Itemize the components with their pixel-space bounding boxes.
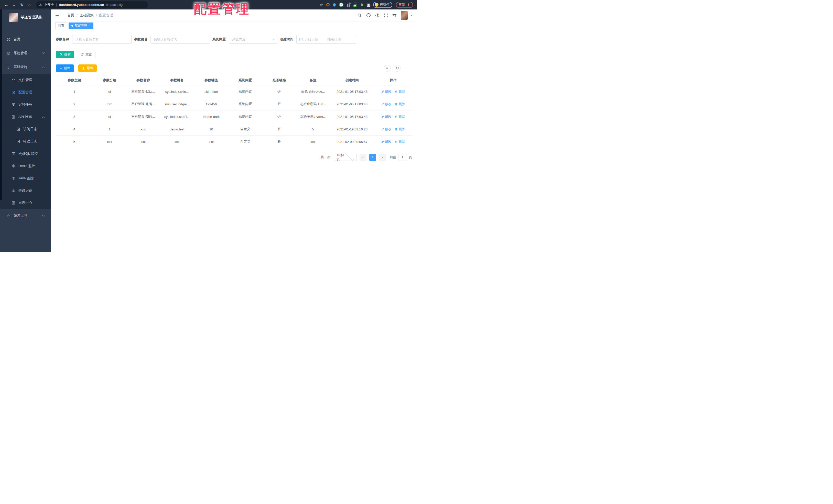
download-icon: [82, 67, 85, 70]
sidebar-menu-item[interactable]: 基础设施: [0, 60, 51, 74]
menu-item-icon: [11, 78, 15, 82]
column-header: 备注: [296, 76, 330, 85]
cell-remark: xxx: [296, 135, 330, 148]
search-button[interactable]: 搜索: [56, 51, 74, 58]
menu-item-label: 系统管理: [14, 51, 27, 55]
sidebar-menu-item[interactable]: 链路追踪: [0, 184, 51, 197]
breadcrumb-infra[interactable]: 基础设施: [80, 13, 94, 18]
cell-builtin: 系统内置: [228, 85, 262, 98]
extension-on-badge-icon[interactable]: on: [353, 3, 358, 7]
next-page-button[interactable]: ›: [379, 154, 386, 161]
browser-forward-button[interactable]: →: [11, 2, 17, 8]
edit-link[interactable]: 修改: [381, 102, 391, 106]
delete-link[interactable]: 删除: [395, 127, 405, 131]
cell-value: theme-dark: [194, 110, 228, 123]
sidebar-menu-item[interactable]: 系统管理: [0, 46, 51, 60]
extension-green-check-icon[interactable]: ✓: [339, 3, 343, 7]
sidebar-left-edge: [0, 9, 2, 200]
refresh-icon: [396, 67, 399, 70]
sidebar-menu-item[interactable]: 文件管理: [0, 74, 51, 86]
fullscreen-icon[interactable]: [384, 13, 388, 18]
paused-badge[interactable]: 已暂停: [373, 2, 392, 8]
toggle-search-button[interactable]: [384, 65, 390, 72]
column-header: 创建时间: [330, 76, 374, 85]
font-size-icon[interactable]: TT: [392, 13, 397, 18]
edit-link[interactable]: 修改: [381, 89, 391, 94]
edit-link[interactable]: 修改: [381, 127, 391, 131]
delete-link[interactable]: 删除: [395, 102, 405, 106]
sidebar-menu-item[interactable]: 首页: [0, 32, 51, 46]
bookmark-star-icon[interactable]: ☆: [319, 3, 323, 7]
export-button[interactable]: 导出: [78, 65, 97, 72]
menu-item-label: Redis 监控: [19, 163, 35, 168]
extension-orange-ring-icon[interactable]: [326, 3, 330, 6]
close-tab-icon[interactable]: ×: [89, 24, 91, 27]
cell-created: 2021-01-05 17:03:48: [330, 85, 374, 98]
reset-button[interactable]: 重置: [77, 51, 95, 58]
calendar-icon: [299, 37, 303, 41]
tab-config-active[interactable]: 配置管理 ×: [69, 23, 93, 29]
pencil-icon: [381, 115, 384, 118]
browser-reload-button[interactable]: ↻: [19, 2, 25, 8]
cell-created: 2021-02-09 20:06:47: [330, 135, 374, 148]
sidebar-menu-item[interactable]: Redis 监控: [0, 160, 51, 172]
trash-icon: [395, 128, 398, 131]
edit-link[interactable]: 修改: [381, 140, 391, 144]
cell-key: sys.index.skin...: [160, 85, 194, 98]
add-button[interactable]: 新增: [56, 65, 74, 72]
user-menu-caret-icon[interactable]: [410, 15, 412, 16]
builtin-select[interactable]: 系统内置: [229, 35, 278, 44]
delete-link[interactable]: 删除: [395, 89, 405, 94]
github-icon[interactable]: [366, 13, 371, 18]
cell-builtin: 自定义: [228, 135, 262, 148]
sidebar-menu-item[interactable]: Java 监控: [0, 172, 51, 184]
extensions-puzzle-icon[interactable]: ▣: [367, 2, 371, 7]
delete-link[interactable]: 删除: [395, 140, 405, 144]
sidebar-menu-item[interactable]: 访问日志: [0, 123, 51, 135]
extension-blue-pin-icon[interactable]: [332, 3, 336, 7]
menu-item-icon: [11, 103, 15, 107]
table-row: 1 ui 主框架页-默认... sys.index.skin... skin-b…: [56, 85, 412, 98]
tab-home[interactable]: 首页: [55, 23, 67, 29]
param-name-input[interactable]: [72, 35, 132, 44]
sidebar-menu-item[interactable]: 错误日志: [0, 135, 51, 148]
chevron-arrow-icon: [42, 116, 45, 119]
config-table: 参数主键参数分组参数名称参数键名参数键值系统内置是否敏感备注创建时间操作 1 u…: [56, 76, 412, 148]
refresh-icon: [80, 53, 84, 56]
sidebar-menu-item[interactable]: API 日志: [0, 111, 51, 123]
extension-leaf-icon[interactable]: [361, 3, 364, 6]
sidebar-menu-item[interactable]: 定时任务: [0, 98, 51, 111]
breadcrumb-home[interactable]: 首页: [67, 13, 74, 18]
menu-item-label: 配置管理: [19, 90, 32, 95]
goto-page-input[interactable]: [398, 154, 407, 161]
collapse-sidebar-icon[interactable]: [55, 11, 64, 19]
extension-grid-drop-icon[interactable]: [347, 3, 350, 6]
refresh-table-button[interactable]: [394, 65, 401, 72]
sidebar-menu-item[interactable]: MySQL 监控: [0, 148, 51, 160]
cell-key: demo.test: [160, 123, 194, 135]
search-icon[interactable]: [358, 13, 362, 18]
address-bar[interactable]: ⚠ 不安全 dashboard.yudao.iocoder.cn /infra/…: [36, 1, 148, 8]
page-size-select[interactable]: 10条/页: [334, 154, 357, 161]
date-range-picker[interactable]: 开始日期 - 结束日期: [296, 35, 356, 44]
param-key-input[interactable]: [150, 35, 210, 44]
browser-update-button[interactable]: 更新 ⋮: [396, 2, 413, 8]
browser-menu-kebab-icon[interactable]: ⋮: [407, 3, 410, 7]
sidebar-menu-item[interactable]: 配置管理: [0, 86, 51, 98]
help-icon[interactable]: [375, 13, 380, 18]
delete-link[interactable]: 删除: [395, 114, 405, 119]
browser-home-button[interactable]: ⌂: [26, 2, 33, 8]
sidebar-logo[interactable]: 芋道管理系统: [0, 9, 51, 22]
prev-page-button[interactable]: ‹: [360, 154, 366, 161]
browser-back-button[interactable]: ←: [3, 2, 10, 8]
menu-item-label: 基础设施: [14, 65, 27, 69]
sidebar-menu-item[interactable]: 日志中心: [0, 197, 51, 209]
user-avatar[interactable]: [401, 11, 408, 20]
page-1-button[interactable]: 1: [369, 154, 376, 161]
cell-sensitive: 否: [262, 98, 296, 110]
breadcrumb: 首页 / 基础设施 / 配置管理: [67, 13, 113, 18]
edit-link[interactable]: 修改: [381, 114, 391, 119]
cell-sensitive: 否: [262, 110, 296, 123]
sidebar-menu-item[interactable]: 研发工具: [0, 209, 51, 223]
param-key-label: 参数键名: [134, 37, 147, 42]
